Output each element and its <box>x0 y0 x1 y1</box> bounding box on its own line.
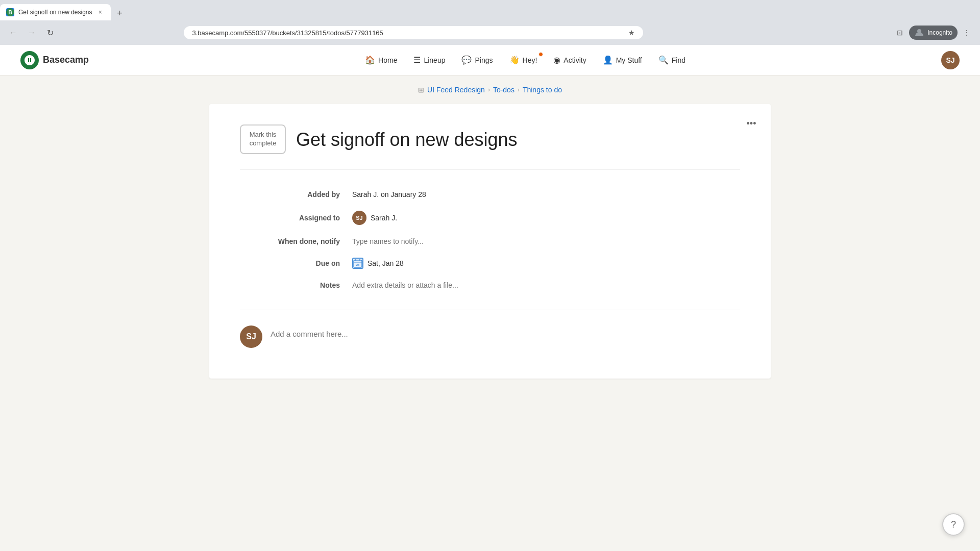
toolbar-right: ⊡ Incognito ⋮ <box>893 26 974 40</box>
breadcrumb: ⊞ UI Feed Redesign › To-dos › Things to … <box>0 76 980 104</box>
nav-find-label: Find <box>672 56 685 64</box>
due-on-date: Sat, Jan 28 <box>368 259 404 267</box>
todo-header: Mark this complete Get signoff on new de… <box>240 124 740 170</box>
app-container: Basecamp 🏠 Home ☰ Lineup 💬 Pings 👋 Hey! … <box>0 45 980 551</box>
forward-button[interactable]: → <box>24 26 39 40</box>
breadcrumb-list[interactable]: Things to do <box>523 86 562 94</box>
notify-label: When done, notify <box>240 237 352 245</box>
pings-icon: 💬 <box>461 55 472 65</box>
address-bar[interactable]: 3.basecamp.com/5550377/buckets/31325815/… <box>184 26 643 39</box>
notify-value[interactable] <box>352 237 505 245</box>
nav-home-label: Home <box>378 56 397 64</box>
added-by-value: Sarah J. on January 28 <box>352 190 426 198</box>
project-icon: ⊞ <box>418 86 424 94</box>
comment-avatar: SJ <box>240 325 262 348</box>
calendar-svg: 28 <box>353 259 362 268</box>
url-text: 3.basecamp.com/5550377/buckets/31325815/… <box>192 29 624 37</box>
assignee-name: Sarah J. <box>371 214 397 222</box>
nav-lineup[interactable]: ☰ Lineup <box>406 51 452 69</box>
assigned-to-value: SJ Sarah J. <box>352 211 397 225</box>
logo-icon <box>23 54 36 66</box>
breadcrumb-sep-2: › <box>518 86 520 93</box>
due-on-row: Due on 28 Sat, Jan 28 <box>240 258 740 269</box>
notes-row: Notes <box>240 281 740 289</box>
back-button[interactable]: ← <box>6 26 20 40</box>
due-on-value[interactable]: 28 Sat, Jan 28 <box>352 258 404 269</box>
incognito-icon <box>914 28 924 38</box>
menu-button[interactable]: ⋮ <box>960 26 974 40</box>
mark-complete-button[interactable]: Mark this complete <box>240 124 286 154</box>
active-tab[interactable]: B Get signoff on new designs × <box>0 4 111 20</box>
cast-button[interactable]: ⊡ <box>893 26 907 40</box>
basecamp-logo <box>20 51 39 69</box>
nav-mystuff-label: My Stuff <box>616 56 642 64</box>
more-menu-button[interactable]: ••• <box>742 114 761 133</box>
nav-pings[interactable]: 💬 Pings <box>454 51 500 69</box>
notify-input[interactable] <box>352 237 505 245</box>
top-nav: Basecamp 🏠 Home ☰ Lineup 💬 Pings 👋 Hey! … <box>0 45 980 76</box>
nav-hey[interactable]: 👋 Hey! <box>502 51 545 69</box>
user-avatar[interactable]: SJ <box>941 51 960 69</box>
home-icon: 🏠 <box>365 55 375 65</box>
tab-favicon: B <box>6 8 14 16</box>
nav-pings-label: Pings <box>475 56 493 64</box>
nav-activity[interactable]: ◉ Activity <box>546 51 593 69</box>
new-tab-button[interactable]: + <box>113 6 127 20</box>
nav-mystuff[interactable]: 👤 My Stuff <box>596 51 649 69</box>
content-panel: ••• Mark this complete Get signoff on ne… <box>209 104 771 379</box>
assigned-to-label: Assigned to <box>240 214 352 222</box>
calendar-icon: 28 <box>352 258 363 269</box>
notes-label: Notes <box>240 281 352 289</box>
logo-area[interactable]: Basecamp <box>20 51 89 69</box>
nav-lineup-label: Lineup <box>424 56 445 64</box>
nav-links: 🏠 Home ☰ Lineup 💬 Pings 👋 Hey! ◉ Activit… <box>109 51 941 69</box>
added-by-label: Added by <box>240 190 352 198</box>
due-on-label: Due on <box>240 259 352 267</box>
svg-text:B: B <box>8 10 12 15</box>
comment-section: SJ <box>240 310 740 348</box>
comment-input[interactable] <box>271 325 740 338</box>
mark-complete-line2: complete <box>250 139 277 147</box>
assignee-avatar[interactable]: SJ <box>352 211 366 225</box>
more-menu-icon: ••• <box>747 118 756 129</box>
breadcrumb-sep-1: › <box>488 86 490 93</box>
bookmark-icon[interactable]: ★ <box>628 29 635 37</box>
browser-chrome: B Get signoff on new designs × + ← → ↻ 3… <box>0 0 980 45</box>
lineup-icon: ☰ <box>413 55 421 65</box>
incognito-label: Incognito <box>927 29 952 36</box>
brand-name: Basecamp <box>43 55 89 65</box>
main-content: ⊞ UI Feed Redesign › To-dos › Things to … <box>0 76 980 551</box>
mystuff-icon: 👤 <box>603 55 613 65</box>
notes-input[interactable] <box>352 281 607 289</box>
incognito-button[interactable]: Incognito <box>909 26 958 40</box>
nav-hey-label: Hey! <box>523 56 537 64</box>
find-icon: 🔍 <box>658 55 669 65</box>
meta-section: Added by Sarah J. on January 28 Assigned… <box>240 190 740 289</box>
breadcrumb-todos[interactable]: To-dos <box>493 86 514 94</box>
activity-icon: ◉ <box>553 55 560 65</box>
tab-title: Get signoff on new designs <box>18 9 92 16</box>
assigned-to-row: Assigned to SJ Sarah J. <box>240 211 740 225</box>
added-by-row: Added by Sarah J. on January 28 <box>240 190 740 198</box>
hey-icon: 👋 <box>509 55 520 65</box>
tab-bar: B Get signoff on new designs × + <box>0 0 980 20</box>
nav-activity-label: Activity <box>564 56 586 64</box>
breadcrumb-project[interactable]: UI Feed Redesign <box>427 86 485 94</box>
svg-text:28: 28 <box>356 263 360 266</box>
tab-close-button[interactable]: × <box>96 8 105 16</box>
notes-value[interactable] <box>352 281 607 289</box>
nav-home[interactable]: 🏠 Home <box>358 51 404 69</box>
reload-button[interactable]: ↻ <box>43 26 57 40</box>
mark-complete-line1: Mark this <box>250 131 277 138</box>
nav-find[interactable]: 🔍 Find <box>651 51 693 69</box>
address-bar-row: ← → ↻ 3.basecamp.com/5550377/buckets/313… <box>0 20 980 45</box>
help-button[interactable]: ? <box>942 513 965 536</box>
todo-title: Get signoff on new designs <box>296 124 518 151</box>
notify-row: When done, notify <box>240 237 740 245</box>
